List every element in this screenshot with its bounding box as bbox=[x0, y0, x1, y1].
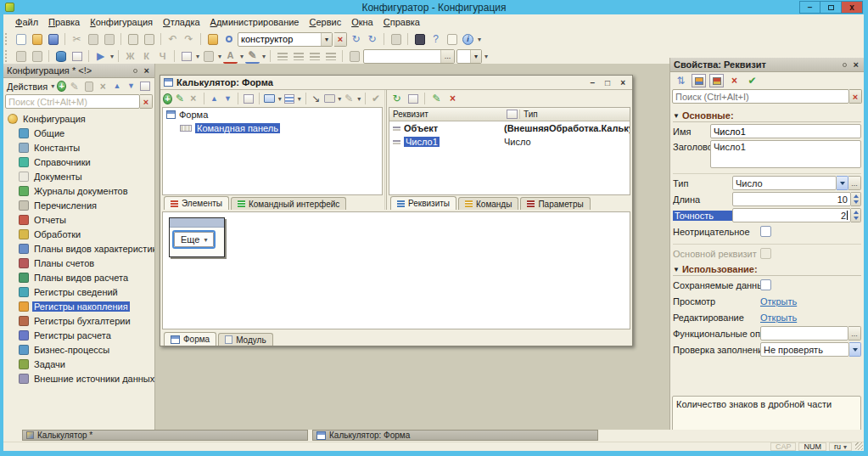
help-page-icon[interactable] bbox=[445, 32, 459, 47]
fill-check-input[interactable]: Не проверять bbox=[760, 342, 849, 357]
syntax-check-icon[interactable] bbox=[412, 32, 427, 47]
start-debugging-icon[interactable]: ▶ bbox=[93, 49, 108, 64]
nonnegative-checkbox[interactable] bbox=[760, 226, 771, 237]
attributes-table-icon[interactable] bbox=[406, 92, 420, 106]
properties-search-input[interactable] bbox=[673, 90, 848, 103]
tree-row[interactable]: + Регистры расчета bbox=[3, 328, 154, 342]
properties-search-clear-icon[interactable]: × bbox=[849, 89, 862, 104]
copy-icon[interactable] bbox=[86, 32, 100, 47]
menu-item[interactable]: Справка bbox=[378, 15, 425, 29]
precision-input[interactable]: 2 bbox=[732, 208, 851, 222]
toolbar-grip[interactable] bbox=[5, 50, 9, 62]
line-dropdown-icon[interactable]: ▾ bbox=[262, 53, 266, 60]
designer-minimize-icon[interactable]: – bbox=[587, 78, 599, 87]
edit-open-link[interactable]: Открыть bbox=[760, 312, 797, 323]
delete-attribute-icon[interactable]: × bbox=[445, 92, 460, 106]
menu-item[interactable]: Правка bbox=[43, 15, 85, 29]
command-bar-row[interactable]: Командная панель bbox=[163, 121, 382, 135]
underline-icon[interactable]: Ч bbox=[155, 49, 170, 64]
toolbar-overflow-icon[interactable]: ▾ bbox=[478, 36, 481, 43]
tree-row[interactable]: + Журналы документов bbox=[3, 183, 154, 198]
designer-maximize-icon[interactable]: □ bbox=[602, 78, 613, 87]
find-prev-icon[interactable]: ↻ bbox=[365, 32, 379, 47]
fill-check-dropdown-icon[interactable] bbox=[849, 342, 861, 357]
menu-item[interactable]: Файл bbox=[10, 15, 43, 29]
type-choose-icon[interactable]: ... bbox=[848, 176, 861, 190]
open-file-icon[interactable] bbox=[30, 32, 44, 47]
tree-row[interactable]: + Общие bbox=[3, 126, 154, 140]
tree-row[interactable]: + Регистры накопления bbox=[3, 299, 154, 313]
section-usage[interactable]: ▼Использование: bbox=[673, 263, 861, 276]
toolbar2-overflow-icon[interactable]: ▾ bbox=[484, 53, 488, 60]
borders-dropdown-icon[interactable]: ▾ bbox=[196, 53, 199, 60]
align-right-icon[interactable] bbox=[307, 49, 322, 64]
minimize-button[interactable]: – bbox=[799, 1, 820, 14]
documents-stack-icon[interactable] bbox=[389, 32, 403, 47]
categories-view-icon[interactable] bbox=[692, 74, 706, 87]
tree-row[interactable]: + Регистры сведений bbox=[3, 284, 154, 299]
tab-elements[interactable]: Элементы bbox=[164, 196, 229, 210]
list-view-icon[interactable] bbox=[283, 92, 295, 106]
maximize-button[interactable] bbox=[820, 1, 842, 14]
autohide-pin-icon[interactable] bbox=[133, 69, 137, 73]
pointer-icon[interactable]: ↘ bbox=[311, 92, 322, 106]
functional-options-input[interactable] bbox=[760, 326, 848, 341]
taskbar-tab-calculator[interactable]: Калькулятор * bbox=[22, 430, 308, 441]
column-type[interactable]: Тип bbox=[519, 110, 630, 119]
redo-icon[interactable]: ↷ bbox=[182, 32, 196, 47]
table-icon[interactable] bbox=[70, 49, 84, 64]
tree-row[interactable]: + Перечисления bbox=[3, 198, 154, 212]
reset-property-icon[interactable]: × bbox=[727, 74, 742, 88]
length-input[interactable]: 10 bbox=[732, 192, 851, 206]
picture-dropdown-icon[interactable]: ▾ bbox=[338, 95, 341, 103]
tree-row[interactable]: + Планы счетов bbox=[3, 256, 154, 270]
line2-dropdown-icon[interactable]: ▾ bbox=[357, 95, 361, 103]
element-up-icon[interactable]: ▲ bbox=[209, 92, 221, 106]
column-settings-icon[interactable] bbox=[504, 110, 519, 119]
attribute-row-object[interactable]: Объект (ВнешняяОбработка.Калькуля... bbox=[389, 121, 630, 135]
global-search-input[interactable] bbox=[238, 33, 321, 46]
layout-icon[interactable] bbox=[14, 49, 28, 64]
command-bar-label[interactable]: Командная панель bbox=[195, 123, 280, 133]
style-input[interactable] bbox=[364, 50, 440, 63]
database-icon[interactable] bbox=[53, 49, 68, 64]
properties-panel-header[interactable]: Свойства: Реквизит × bbox=[670, 58, 864, 72]
resize-grip[interactable] bbox=[855, 442, 863, 450]
precision-spinner[interactable] bbox=[851, 208, 861, 222]
text-color-icon[interactable]: A bbox=[223, 49, 238, 64]
list-dropdown-icon[interactable]: ▾ bbox=[298, 95, 301, 103]
tree-row[interactable]: + Внешние источники данных bbox=[3, 371, 154, 386]
attribute-row-number1[interactable]: Число1 Число bbox=[389, 135, 630, 149]
tree-row[interactable]: + Конфигурация bbox=[3, 111, 154, 126]
menu-item[interactable]: Администрирование bbox=[205, 15, 305, 29]
edit-object-icon[interactable]: ✎ bbox=[69, 79, 81, 93]
tab-module[interactable]: Модуль bbox=[218, 333, 272, 346]
language-selector[interactable]: ru ▾ bbox=[829, 442, 852, 451]
tree-row[interactable]: + Задачи bbox=[3, 357, 154, 371]
help-icon[interactable]: ? bbox=[428, 32, 443, 47]
form-root-row[interactable]: Форма bbox=[163, 108, 382, 121]
print-preview-icon[interactable] bbox=[142, 32, 156, 47]
bold-icon[interactable]: Ж bbox=[123, 49, 137, 64]
edit-attribute-icon[interactable]: ✎ bbox=[429, 92, 444, 106]
config-search-input[interactable] bbox=[6, 95, 139, 108]
apply-property-icon[interactable]: ✔ bbox=[745, 74, 759, 88]
tab-parameters[interactable]: Параметры bbox=[520, 197, 590, 210]
tree-row[interactable]: + Планы видов характеристик bbox=[3, 241, 154, 256]
tree-row[interactable]: + Обработки bbox=[3, 227, 154, 241]
italic-icon[interactable]: К bbox=[139, 49, 154, 64]
close-button[interactable]: x bbox=[842, 1, 863, 14]
align-center-icon[interactable] bbox=[291, 49, 305, 64]
zoom-dropdown-icon[interactable]: ▾ bbox=[470, 50, 481, 63]
properties-pin-icon[interactable] bbox=[843, 63, 847, 67]
info-icon[interactable]: i bbox=[461, 32, 475, 47]
menu-item[interactable]: Отладка bbox=[158, 15, 205, 29]
find-next-icon[interactable]: ↻ bbox=[349, 32, 363, 47]
tree-row[interactable]: + Бизнес-процессы bbox=[3, 342, 154, 357]
tab-command-interface[interactable]: Командный интерфейс bbox=[231, 197, 346, 210]
caption-input[interactable]: Число1 bbox=[710, 140, 861, 168]
column-attribute[interactable]: Реквизит bbox=[389, 110, 504, 119]
picture-icon[interactable] bbox=[323, 92, 335, 106]
preview-monitor-icon[interactable] bbox=[264, 92, 276, 106]
check-form-icon[interactable]: ✔ bbox=[370, 92, 382, 106]
